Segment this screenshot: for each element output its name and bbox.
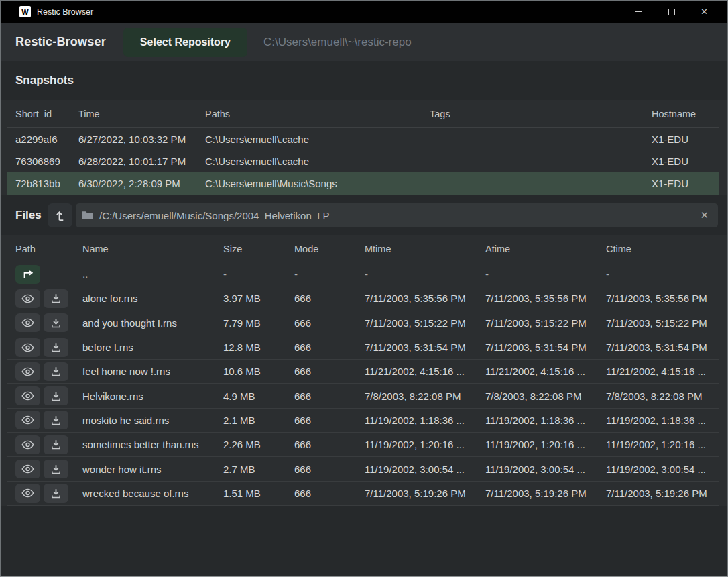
close-button[interactable]: ✕ [688, 1, 721, 23]
eye-icon [21, 464, 34, 474]
column-tags: Tags [430, 109, 652, 119]
preview-file-button[interactable] [15, 338, 40, 357]
column-size: Size [223, 244, 294, 254]
file-name: Helvikone.rns [82, 390, 223, 402]
download-icon [51, 293, 61, 303]
snapshots-heading: Snapshots [15, 74, 74, 87]
file-name: feel home now !.rns [82, 366, 223, 377]
file-ctime: 7/11/2003, 5:35:56 PM [606, 293, 719, 304]
minimize-icon [635, 11, 642, 12]
clear-path-icon[interactable]: ✕ [690, 209, 718, 221]
file-row[interactable]: alone for.rns3.97 MB6667/11/2003, 5:35:5… [7, 286, 719, 311]
file-atime: 7/8/2003, 8:22:08 PM [485, 390, 606, 402]
file-mode: 666 [294, 293, 365, 304]
file-size: 2.26 MB [223, 439, 294, 450]
maximize-button[interactable] [655, 1, 688, 23]
snapshot-hostname: X1-EDU [652, 178, 719, 189]
level-up-icon [55, 210, 66, 221]
file-mtime: 7/11/2003, 5:19:26 PM [365, 488, 485, 499]
download-file-button[interactable] [44, 313, 68, 332]
snapshots-table-body: a2299af66/27/2022, 10:03:32 PMC:\Users\e… [1, 128, 727, 195]
file-row[interactable]: and you thought I.rns7.79 MB6667/11/2003… [7, 311, 719, 335]
file-atime: 7/11/2003, 5:35:56 PM [485, 293, 606, 304]
repository-path[interactable]: C:\Users\emuell\~\restic-repo [263, 36, 412, 49]
up-directory-button[interactable] [48, 203, 72, 227]
snapshot-short-id: 76306869 [15, 156, 78, 167]
snapshot-row[interactable]: 763068696/28/2022, 10:01:17 PMC:\Users\e… [7, 150, 719, 172]
download-file-button[interactable] [44, 460, 68, 478]
download-icon [51, 391, 61, 401]
file-name: moskito he said.rns [82, 415, 223, 426]
file-name: alone for.rns [82, 293, 223, 304]
file-mode: 666 [294, 488, 365, 499]
snapshot-row[interactable]: 72b813bb6/30/2022, 2:28:09 PMC:\Users\em… [7, 172, 719, 195]
close-icon: ✕ [701, 7, 708, 16]
minimize-button[interactable] [622, 1, 655, 23]
download-file-button[interactable] [44, 289, 68, 308]
preview-file-button[interactable] [15, 362, 40, 381]
download-file-button[interactable] [44, 484, 68, 503]
file-row[interactable]: before I.rns12.8 MB6667/11/2003, 5:31:54… [7, 335, 719, 360]
file-ctime: - [606, 268, 719, 280]
snapshot-paths: C:\Users\emuell\.cache [205, 134, 430, 145]
file-atime: 7/11/2003, 5:15:22 PM [485, 317, 606, 329]
column-hostname: Hostname [652, 109, 719, 119]
preview-file-button[interactable] [15, 386, 40, 405]
file-actions [15, 484, 82, 503]
snapshot-paths: C:\Users\emuell\Music\Songs [205, 178, 430, 189]
file-row[interactable]: wrecked because of.rns1.51 MB6667/11/200… [7, 482, 719, 506]
return-up-icon [21, 270, 35, 279]
download-file-button[interactable] [44, 386, 68, 405]
snapshots-table: Short_id Time Paths Tags Hostname a2299a… [1, 100, 727, 195]
download-icon [51, 439, 61, 450]
window-title: Restic Browser [37, 7, 622, 17]
file-row[interactable]: Helvikone.rns4.9 MB6667/8/2003, 8:22:08 … [7, 384, 719, 408]
titlebar[interactable]: W Restic Browser ✕ [1, 1, 727, 23]
file-actions [15, 460, 82, 478]
snapshot-paths: C:\Users\emuell\.cache [205, 156, 430, 167]
app-window: W Restic Browser ✕ Restic-Browser Select… [0, 0, 728, 577]
file-actions [15, 313, 82, 332]
snapshot-row[interactable]: a2299af66/27/2022, 10:03:32 PMC:\Users\e… [7, 128, 719, 150]
go-parent-button[interactable] [15, 265, 40, 284]
files-bar: Files /C:/Users/emuell/Music/Songs/2004_… [1, 203, 727, 227]
file-mode: 666 [294, 342, 365, 353]
file-mtime: 7/11/2003, 5:31:54 PM [365, 342, 485, 353]
download-file-button[interactable] [44, 411, 68, 429]
current-path-input[interactable]: /C:/Users/emuell/Music/Songs/2004_Helvet… [76, 203, 718, 227]
file-ctime: 7/11/2003, 5:19:26 PM [606, 488, 719, 499]
column-mode: Mode [294, 244, 365, 254]
file-name: wrecked because of.rns [82, 488, 223, 499]
file-name: sometimes better than.rns [82, 439, 223, 450]
download-icon [51, 318, 61, 328]
file-row[interactable]: sometimes better than.rns2.26 MB66611/19… [7, 433, 719, 457]
file-row[interactable]: moskito he said.rns2.1 MB66611/19/2002, … [7, 409, 719, 433]
file-name: before I.rns [82, 342, 223, 353]
download-icon [51, 366, 61, 376]
file-atime: 7/11/2003, 5:31:54 PM [485, 342, 606, 353]
download-file-button[interactable] [44, 362, 68, 381]
preview-file-button[interactable] [15, 460, 40, 478]
preview-file-button[interactable] [15, 435, 40, 454]
file-actions [15, 435, 82, 454]
preview-file-button[interactable] [15, 411, 40, 429]
preview-file-button[interactable] [15, 313, 40, 332]
download-file-button[interactable] [44, 435, 68, 454]
files-heading: Files [15, 209, 42, 222]
file-name: and you thought I.rns [82, 317, 223, 329]
download-file-button[interactable] [44, 338, 68, 357]
preview-file-button[interactable] [15, 289, 40, 308]
select-repository-button[interactable]: Select Repository [123, 28, 247, 57]
file-actions [15, 338, 82, 357]
snapshot-hostname: X1-EDU [652, 134, 719, 145]
file-mtime: 7/11/2003, 5:15:22 PM [365, 317, 485, 329]
snapshot-hostname: X1-EDU [652, 156, 719, 167]
file-mtime: 11/19/2002, 1:18:36 ... [365, 415, 485, 426]
preview-file-button[interactable] [15, 484, 40, 503]
eye-icon [21, 415, 34, 425]
snapshot-short-id: 72b813bb [15, 178, 78, 189]
eye-icon [21, 343, 34, 352]
file-row[interactable]: feel home now !.rns10.6 MB66611/21/2002,… [7, 360, 719, 384]
parent-directory-row[interactable]: ..----- [7, 262, 719, 286]
file-row[interactable]: wonder how it.rns2.7 MB66611/19/2002, 3:… [7, 457, 719, 481]
